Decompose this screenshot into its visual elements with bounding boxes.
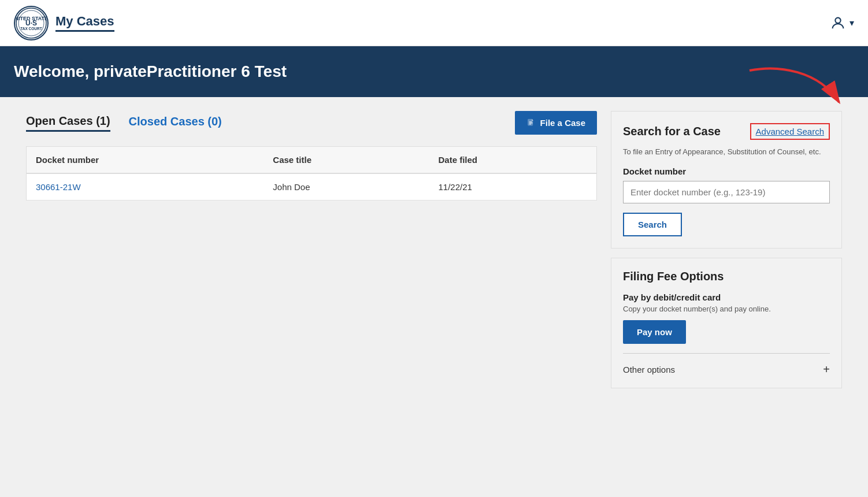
- top-header: UNITED STATES U·S TAX COURT My Cases ▾: [0, 0, 868, 46]
- cell-title: John Doe: [264, 173, 429, 201]
- left-panel: Open Cases (1) Closed Cases (0) File a C…: [26, 111, 597, 388]
- cases-table: Docket number Case title Date filed 3066…: [26, 146, 597, 201]
- search-card-header: Search for a Case Advanced Search: [623, 123, 830, 140]
- file-icon: [526, 118, 536, 128]
- welcome-banner: Welcome, privatePractitioner 6 Test: [0, 46, 868, 97]
- search-button[interactable]: Search: [623, 213, 682, 236]
- debit-desc: Copy your docket number(s) and pay onlin…: [623, 305, 830, 313]
- search-card-title: Search for a Case: [623, 125, 721, 138]
- pay-now-button[interactable]: Pay now: [623, 320, 686, 344]
- debit-title: Pay by debit/credit card: [623, 292, 830, 302]
- file-case-label: File a Case: [540, 118, 585, 128]
- user-menu[interactable]: ▾: [830, 15, 854, 31]
- cell-date: 11/22/21: [429, 173, 597, 201]
- search-card: Search for a Case Advanced Search To fil…: [611, 111, 842, 248]
- chevron-down-icon: ▾: [850, 17, 854, 28]
- col-docket: Docket number: [27, 147, 264, 174]
- tabs-left: Open Cases (1) Closed Cases (0): [26, 114, 222, 132]
- fee-card: Filing Fee Options Pay by debit/credit c…: [611, 258, 842, 388]
- court-seal: UNITED STATES U·S TAX COURT: [14, 6, 49, 40]
- svg-text:TAX COURT: TAX COURT: [20, 27, 42, 31]
- docket-number-input[interactable]: [623, 181, 830, 203]
- user-icon: [830, 15, 846, 31]
- advanced-search-link[interactable]: Advanced Search: [750, 123, 830, 140]
- svg-text:U·S: U·S: [25, 19, 37, 27]
- right-panel: Search for a Case Advanced Search To fil…: [611, 111, 842, 388]
- table-header-row: Docket number Case title Date filed: [27, 147, 597, 174]
- plus-icon: +: [823, 363, 830, 376]
- col-date: Date filed: [429, 147, 597, 174]
- svg-point-5: [835, 17, 840, 23]
- main-content: Open Cases (1) Closed Cases (0) File a C…: [12, 97, 856, 402]
- debit-section: Pay by debit/credit card Copy your docke…: [623, 292, 830, 344]
- col-title: Case title: [264, 147, 429, 174]
- fee-card-title: Filing Fee Options: [623, 270, 830, 283]
- docket-number-label: Docket number: [623, 166, 830, 176]
- tab-open-cases[interactable]: Open Cases (1): [26, 114, 110, 132]
- other-options-label: Other options: [623, 365, 675, 374]
- welcome-text: Welcome, privatePractitioner 6 Test: [14, 62, 287, 80]
- logo-area: UNITED STATES U·S TAX COURT My Cases: [14, 6, 114, 40]
- tabs-row: Open Cases (1) Closed Cases (0) File a C…: [26, 111, 597, 135]
- search-description: To file an Entry of Appearance, Substitu…: [623, 147, 830, 157]
- svg-rect-7: [529, 121, 532, 122]
- svg-rect-8: [529, 123, 532, 123]
- svg-rect-9: [529, 124, 531, 124]
- site-title: My Cases: [55, 14, 114, 32]
- docket-link[interactable]: 30661-21W: [36, 182, 81, 192]
- divider: [623, 353, 830, 354]
- tab-closed-cases[interactable]: Closed Cases (0): [129, 115, 222, 131]
- cell-docket: 30661-21W: [27, 173, 264, 201]
- file-case-button[interactable]: File a Case: [515, 111, 597, 135]
- other-options-row[interactable]: Other options +: [623, 363, 830, 376]
- table-row: 30661-21W John Doe 11/22/21: [27, 173, 597, 201]
- seal-svg: UNITED STATES U·S TAX COURT: [16, 8, 47, 39]
